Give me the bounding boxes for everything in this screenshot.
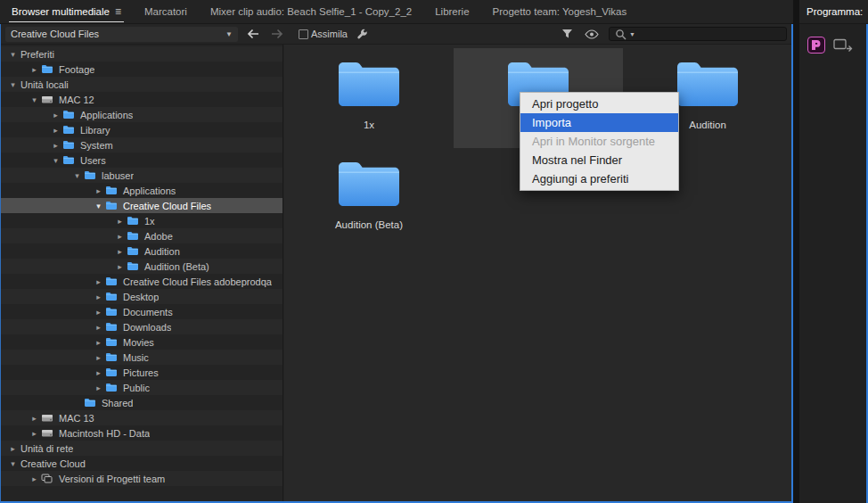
folder-icon xyxy=(105,276,122,286)
folder-icon xyxy=(84,398,101,408)
disclosure-open-icon[interactable]: ▾ xyxy=(6,80,20,89)
menu-item-aggiungi-a-preferiti[interactable]: Aggiungi a preferiti xyxy=(520,169,678,188)
tree-item-creative-cloud[interactable]: ▾Creative Cloud xyxy=(1,456,283,471)
tree-item-creative-cloud-files-adobeprodqa[interactable]: ▸Creative Cloud Files adobeprodqa xyxy=(1,274,283,289)
tree-item-desktop[interactable]: ▸Desktop xyxy=(1,289,283,304)
tree-item-label: System xyxy=(79,140,113,151)
tree-item-users[interactable]: ▾Users xyxy=(1,153,283,168)
tab-progetto-team-yogesh-vikas[interactable]: Progetto team: Yogesh_Vikas xyxy=(481,0,639,23)
disclosure-closed-icon[interactable]: ▸ xyxy=(28,65,41,74)
folder-icon xyxy=(105,201,122,210)
disclosure-open-icon[interactable]: ▾ xyxy=(28,95,41,104)
disclosure-open-icon[interactable]: ▾ xyxy=(49,156,62,165)
tree-item-audition-beta[interactable]: ▸Audition (Beta) xyxy=(1,259,283,274)
disclosure-closed-icon[interactable]: ▸ xyxy=(92,308,105,317)
tree-item-library[interactable]: ▸Library xyxy=(1,122,283,137)
tab-marcatori[interactable]: Marcatori xyxy=(133,0,199,23)
tree-item-unit-di-rete[interactable]: ▸Unità di rete xyxy=(1,441,283,456)
folder-icon xyxy=(127,261,143,271)
disclosure-open-icon[interactable]: ▾ xyxy=(6,459,20,468)
content-tile-1x[interactable]: 1x xyxy=(284,48,454,148)
export-frame-icon[interactable] xyxy=(833,38,853,55)
folder-icon xyxy=(127,216,143,226)
chevron-down-icon: ▼ xyxy=(629,31,635,37)
disclosure-closed-icon[interactable]: ▸ xyxy=(92,186,105,195)
tab-mixer-clip-audio-beach-selfie-1-copy-2-2[interactable]: Mixer clip audio: Beach Selfie_1 - Copy_… xyxy=(199,0,423,23)
menu-item-apri-progetto[interactable]: Apri progetto xyxy=(520,95,678,113)
disclosure-closed-icon[interactable]: ▸ xyxy=(113,247,127,256)
tree-item-applications[interactable]: ▸Applications xyxy=(1,107,283,122)
menu-item-mostra-nel-finder[interactable]: Mostra nel Finder xyxy=(520,151,678,169)
tree-item-macintosh-hd-data[interactable]: ▸Macintosh HD - Data xyxy=(1,425,283,441)
disclosure-closed-icon[interactable]: ▸ xyxy=(28,429,41,438)
disclosure-open-icon[interactable]: ▾ xyxy=(70,171,84,180)
back-button[interactable] xyxy=(245,26,261,42)
location-dropdown[interactable]: Creative Cloud Files ▼ xyxy=(5,27,238,42)
disclosure-closed-icon[interactable]: ▸ xyxy=(92,277,105,286)
tree-item-mac-13[interactable]: ▸MAC 13 xyxy=(1,410,283,425)
tree-item-adobe[interactable]: ▸Adobe xyxy=(1,228,283,243)
disclosure-closed-icon[interactable]: ▸ xyxy=(92,323,105,332)
disclosure-closed-icon[interactable]: ▸ xyxy=(92,383,105,392)
disclosure-closed-icon[interactable]: ▸ xyxy=(28,414,41,423)
tree-item-shared[interactable]: Shared xyxy=(1,395,283,410)
content-tile-audition-beta[interactable]: Audition (Beta) xyxy=(284,148,454,248)
filter-button[interactable] xyxy=(559,26,575,42)
disclosure-closed-icon[interactable]: ▸ xyxy=(49,111,62,120)
tree-item-label: Creative Cloud xyxy=(20,458,86,469)
tree-item-system[interactable]: ▸System xyxy=(1,137,283,153)
disclosure-closed-icon[interactable]: ▸ xyxy=(113,232,127,241)
tree-item-unit-locali[interactable]: ▾Unità locali xyxy=(1,77,283,92)
tree-item-music[interactable]: ▸Music xyxy=(1,350,283,365)
disclosure-closed-icon[interactable]: ▸ xyxy=(49,126,62,135)
tree-item-pictures[interactable]: ▸Pictures xyxy=(1,365,283,380)
tree-item-preferiti[interactable]: ▾Preferiti xyxy=(1,46,283,62)
tree-item-applications[interactable]: ▸Applications xyxy=(1,183,283,198)
preview-toggle-button[interactable] xyxy=(584,26,600,42)
search-box[interactable]: ▼ xyxy=(609,27,787,41)
search-input[interactable] xyxy=(638,29,781,39)
tab-librerie[interactable]: Librerie xyxy=(423,0,480,23)
tab-program-monitor[interactable]: Programma: xyxy=(799,0,868,24)
disclosure-closed-icon[interactable]: ▸ xyxy=(92,338,105,347)
tab-label: Librerie xyxy=(435,6,469,17)
tree-item-footage[interactable]: ▸Footage xyxy=(1,62,283,77)
forward-button[interactable] xyxy=(268,26,284,42)
context-menu: Apri progettoImportaApri in Monitor sorg… xyxy=(520,92,679,191)
media-browser-toolbar: Creative Cloud Files ▼ Assimila xyxy=(1,24,791,45)
disclosure-closed-icon[interactable]: ▸ xyxy=(92,293,105,301)
disclosure-open-icon[interactable]: ▾ xyxy=(92,202,105,210)
disclosure-closed-icon[interactable]: ▸ xyxy=(92,353,105,362)
tree-item-1x[interactable]: ▸1x xyxy=(1,213,283,228)
tree-item-public[interactable]: ▸Public xyxy=(1,380,283,395)
disclosure-open-icon[interactable]: ▾ xyxy=(6,50,20,59)
tree-item-downloads[interactable]: ▸Downloads xyxy=(1,319,283,334)
premiere-window: { "panel_tabs": [ { "label": "Browser mu… xyxy=(0,0,868,503)
ingest-settings-button[interactable] xyxy=(355,26,371,42)
folder-icon xyxy=(335,58,403,111)
tree-item-audition[interactable]: ▸Audition xyxy=(1,243,283,259)
tab-browser-multimediale[interactable]: Browser multimediale≡ xyxy=(0,0,133,23)
tree-item-labuser[interactable]: ▾labuser xyxy=(1,168,283,183)
folder-icon xyxy=(105,337,122,347)
disclosure-closed-icon[interactable]: ▸ xyxy=(113,217,127,226)
disclosure-closed-icon[interactable]: ▸ xyxy=(49,141,62,150)
menu-item-importa[interactable]: Importa xyxy=(520,113,678,132)
disclosure-closed-icon[interactable]: ▸ xyxy=(113,262,127,271)
panel-divider[interactable] xyxy=(793,0,799,503)
tree-item-versioni-di-progetti-team[interactable]: ▸Versioni di Progetti team xyxy=(1,471,283,486)
folder-icon xyxy=(105,292,122,301)
tree-item-label: MAC 13 xyxy=(58,413,94,424)
disclosure-closed-icon[interactable]: ▸ xyxy=(6,444,20,453)
ingest-checkbox[interactable] xyxy=(299,29,308,39)
tree-item-mac-12[interactable]: ▾MAC 12 xyxy=(1,92,283,107)
folder-icon xyxy=(105,367,122,377)
tree-item-movies[interactable]: ▸Movies xyxy=(1,334,283,350)
panel-menu-icon[interactable]: ≡ xyxy=(115,6,121,17)
tree-item-label: MAC 12 xyxy=(58,95,94,105)
tree-item-creative-cloud-files[interactable]: ▾Creative Cloud Files xyxy=(1,198,283,213)
tree-item-documents[interactable]: ▸Documents xyxy=(1,304,283,319)
tree-item-label: Documents xyxy=(122,307,173,317)
disclosure-closed-icon[interactable]: ▸ xyxy=(28,474,41,483)
disclosure-closed-icon[interactable]: ▸ xyxy=(92,368,105,377)
